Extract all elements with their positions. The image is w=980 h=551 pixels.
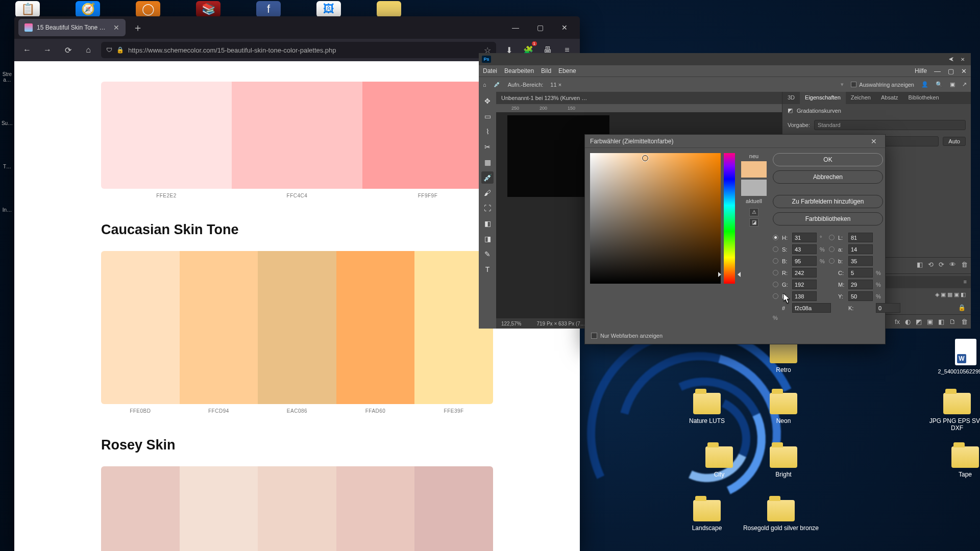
- l-input[interactable]: [848, 233, 873, 242]
- desktop-folder-neon[interactable]: Neon: [755, 393, 812, 424]
- move-tool[interactable]: ✥: [481, 95, 494, 107]
- b-input[interactable]: [848, 256, 873, 266]
- search-icon[interactable]: 👤: [921, 81, 928, 88]
- desktop-folder-bright[interactable]: Bright: [755, 446, 812, 478]
- tab-para[interactable]: Absatz: [876, 92, 903, 104]
- trash-icon[interactable]: 🗑: [961, 318, 968, 325]
- prev-icon[interactable]: ⟲: [928, 261, 934, 268]
- taskbar-app-social[interactable]: f: [256, 1, 281, 17]
- menu-help[interactable]: Hilfe: [915, 67, 927, 74]
- bb-input[interactable]: [792, 291, 817, 301]
- radio-r[interactable]: [773, 270, 778, 276]
- taskbar-app-image[interactable]: 🖼: [316, 1, 341, 17]
- eyedropper-tool[interactable]: 💉: [481, 171, 494, 184]
- browser-tab[interactable]: 15 Beautiful Skin Tone Color P… ✕: [18, 19, 126, 36]
- trash-icon[interactable]: 🗑: [961, 261, 968, 268]
- radio-bb[interactable]: [773, 293, 778, 299]
- hue-slider[interactable]: [724, 153, 735, 284]
- group-icon[interactable]: ▣: [927, 318, 933, 325]
- minimize-button[interactable]: —: [504, 20, 527, 35]
- workspace-icon[interactable]: ▣: [950, 81, 955, 88]
- brush-tool[interactable]: 🖌: [481, 187, 494, 199]
- panel-menu-icon[interactable]: ≡: [960, 276, 971, 288]
- color-libraries-button[interactable]: Farbbibliotheken: [773, 212, 883, 226]
- lasso-tool[interactable]: ⌇: [481, 126, 494, 138]
- search-icon[interactable]: 🔍: [936, 81, 943, 88]
- gamut-warning-icon[interactable]: ⚠: [749, 208, 758, 216]
- swatch[interactable]: [362, 82, 493, 189]
- visibility-icon[interactable]: 👁: [949, 261, 956, 268]
- radio-l[interactable]: [829, 235, 835, 240]
- swatch[interactable]: [336, 466, 415, 551]
- a-input[interactable]: [848, 244, 873, 254]
- swatch[interactable]: [180, 251, 258, 404]
- desktop-file[interactable]: 2_54001056229915…: [935, 339, 980, 374]
- forward-button[interactable]: →: [40, 42, 55, 58]
- show-ring-checkbox[interactable]: Auswahlring anzeigen: [851, 82, 914, 88]
- tab-libs[interactable]: Bibliotheken: [903, 92, 944, 104]
- desktop-folder-jpg[interactable]: JPG PNG EPS SVG DXF: [924, 393, 980, 432]
- desktop-folder-landscape[interactable]: Landscape: [679, 500, 735, 532]
- layer-icons[interactable]: ◈ ▣ ▦ ▣ ◧: [935, 291, 966, 298]
- marquee-tool[interactable]: ▭: [481, 110, 494, 122]
- close-icon[interactable]: ✕: [868, 137, 880, 145]
- desktop-folder-city[interactable]: City: [691, 446, 747, 478]
- desktop-folder-tape[interactable]: Tape: [937, 446, 980, 478]
- clip-icon[interactable]: ◧: [917, 261, 923, 268]
- radio-bv[interactable]: [773, 258, 778, 264]
- desktop-folder-rosegold[interactable]: Rosegold gold silver bronze: [743, 500, 819, 532]
- lock-icon[interactable]: 🔒: [958, 304, 966, 311]
- webonly-checkbox[interactable]: Nur Webfarben anzeigen: [591, 333, 663, 339]
- pen-tool[interactable]: ✎: [481, 248, 494, 260]
- gradient-tool[interactable]: ◨: [481, 233, 494, 245]
- swatch[interactable]: [101, 82, 232, 189]
- h-input[interactable]: [792, 233, 817, 242]
- mask-icon[interactable]: ◐: [905, 318, 911, 325]
- home-button[interactable]: ⌂: [81, 42, 96, 58]
- desktop-folder-retro[interactable]: Retro: [755, 342, 812, 373]
- bv-input[interactable]: [792, 256, 817, 266]
- home-icon[interactable]: ⌂: [483, 82, 486, 88]
- crop-tool[interactable]: ✂: [481, 141, 494, 153]
- zoom-value[interactable]: 122,57%: [501, 321, 521, 327]
- swatch[interactable]: [180, 466, 258, 551]
- g-input[interactable]: [792, 280, 817, 289]
- type-tool[interactable]: T: [481, 263, 494, 276]
- r-input[interactable]: [792, 268, 817, 278]
- swatch[interactable]: [101, 251, 180, 404]
- add-swatch-button[interactable]: Zu Farbfeldern hinzufügen: [773, 195, 883, 208]
- collapse-icon[interactable]: ⮜: [946, 57, 957, 62]
- stamp-tool[interactable]: ⛶: [481, 202, 494, 214]
- document-tab[interactable]: Unbenannt-1 bei 123% (Kurven …: [496, 92, 782, 104]
- new-tab-button[interactable]: ＋: [130, 21, 146, 35]
- close-tab-icon[interactable]: ✕: [113, 23, 119, 32]
- share-icon[interactable]: ↗: [962, 81, 967, 88]
- k-input[interactable]: [876, 303, 900, 313]
- menu-layer[interactable]: Ebene: [558, 67, 576, 74]
- taskbar-app-notes[interactable]: 📋: [15, 1, 40, 17]
- newlayer-icon[interactable]: ◧: [938, 318, 944, 325]
- saturation-value-field[interactable]: [590, 153, 721, 284]
- tab-char[interactable]: Zeichen: [846, 92, 876, 104]
- taskbar-app-explorer[interactable]: [377, 1, 401, 17]
- option-value[interactable]: 11 ×: [550, 82, 561, 88]
- radio-g[interactable]: [773, 282, 778, 287]
- websafe-warning-icon[interactable]: ◪: [749, 218, 758, 227]
- c-input[interactable]: [848, 268, 873, 278]
- current-color-swatch[interactable]: [741, 180, 767, 196]
- reset-icon[interactable]: ⟳: [939, 261, 944, 268]
- tab-properties[interactable]: Eigenschaften: [800, 92, 846, 104]
- tab-3d[interactable]: 3D: [782, 92, 800, 104]
- y-input[interactable]: [848, 291, 873, 301]
- menu-image[interactable]: Bild: [541, 67, 551, 74]
- color-marker[interactable]: [642, 155, 648, 161]
- close-icon[interactable]: ✕: [958, 57, 968, 62]
- radio-b[interactable]: [829, 258, 835, 264]
- ps-close-button[interactable]: ✕: [961, 67, 967, 75]
- menu-edit[interactable]: Bearbeiten: [504, 67, 534, 74]
- address-bar[interactable]: 🛡 🔒 https://www.schemecolor.com/15-beaut…: [101, 42, 496, 58]
- radio-s[interactable]: [773, 246, 778, 252]
- ps-maximize-button[interactable]: ▢: [948, 67, 954, 75]
- swatch[interactable]: [258, 466, 336, 551]
- taskbar-app-browser[interactable]: 🧭: [76, 1, 100, 17]
